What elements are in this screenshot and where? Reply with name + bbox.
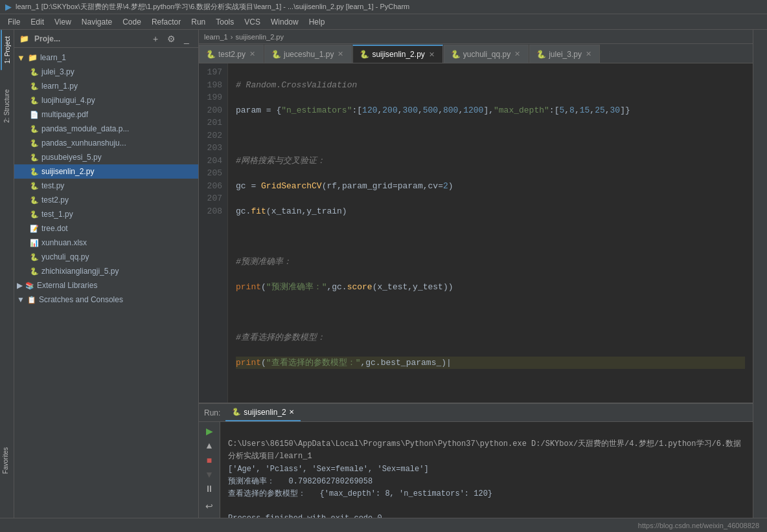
titlebar-text: learn_1 [D:\SKYbox\天甜费的世界\4.梦想\1.python学… — [16, 2, 409, 12]
py-tab-icon4: 🐍 — [451, 50, 461, 59]
tree-item-multipage[interactable]: 📄 multipage.pdf — [14, 107, 198, 122]
tab-close-suiji[interactable]: ✕ — [428, 50, 436, 59]
menu-item-tools[interactable]: Tools — [211, 16, 239, 28]
run-tab-suiji[interactable]: 🐍 suijisenlin_2 ✕ — [225, 405, 300, 421]
code-content[interactable]: # Random.CrossValidation param = {"n_est… — [228, 63, 753, 403]
content-area: learn_1 › suijisenlin_2.py 🐍 test2.py ✕ … — [199, 30, 753, 532]
pdf-icon: 📄 — [30, 111, 39, 119]
tab-close-test2[interactable]: ✕ — [248, 50, 257, 58]
folder-icon2: 📁 — [28, 53, 38, 62]
right-side-tabs — [753, 30, 767, 532]
tab-yuchuli[interactable]: 🐍 yuchuli_qq.py ✕ — [444, 45, 529, 63]
run-tab-label: suijisenlin_2 — [244, 408, 286, 417]
favorites-side-tab[interactable]: Favorites — [0, 441, 14, 480]
py-icon: 🐍 — [30, 196, 39, 205]
titlebar: ▶ learn_1 [D:\SKYbox\天甜费的世界\4.梦想\1.pytho… — [0, 0, 767, 14]
project-side-tab[interactable]: 1: Project — [1, 30, 13, 70]
xlsx-icon: 📊 — [30, 239, 39, 247]
project-title: Proje... — [34, 34, 146, 43]
tree-item-test[interactable]: 🐍 test.py — [14, 179, 198, 193]
main-layout: 1: Project 2: Structure Favorites 📁 Proj… — [0, 30, 767, 532]
run-play-btn[interactable]: ▶ — [201, 425, 217, 438]
breadcrumb-sep: › — [231, 33, 233, 41]
tree-item-pandas-module[interactable]: 🐍 pandas_module_data.p... — [14, 122, 198, 136]
tree-item-treedot[interactable]: 📝 tree.dot — [14, 221, 198, 236]
py-icon: 🐍 — [30, 125, 39, 133]
tree-item-learn1[interactable]: 🐍 learn_1.py — [14, 79, 198, 93]
project-panel: 📁 Proje... + ⚙ _ ▼ 📁 learn_1 🐍 julei_3.p… — [14, 30, 199, 532]
menu-item-help[interactable]: Help — [304, 16, 330, 28]
run-title: Run: — [204, 408, 220, 417]
breadcrumb-root: learn_1 — [204, 33, 228, 41]
tab-suiji[interactable]: 🐍 suijisenlin_2.py ✕ — [352, 45, 442, 63]
run-panel: Run: 🐍 suijisenlin_2 ✕ ▶ ▲ ■ ▼ ⏸ ↩ — [199, 403, 753, 532]
tab-close-julei[interactable]: ✕ — [584, 50, 593, 58]
tree-item-pusu[interactable]: 🐍 pusubeiyesi_5.py — [14, 150, 198, 164]
tree-item-luoji[interactable]: 🐍 luojihuigui_4.py — [14, 93, 198, 107]
tree-scratches[interactable]: ▼ 📋 Scratches and Consoles — [14, 293, 198, 307]
ext-lib-icon: 📚 — [25, 282, 34, 290]
run-header: Run: 🐍 suijisenlin_2 ✕ — [199, 404, 753, 422]
tree-item-xunhuan[interactable]: 📊 xunhuan.xlsx — [14, 236, 198, 250]
py-icon: 🐍 — [30, 139, 39, 148]
expand-icon: ▶ — [17, 281, 23, 290]
folder-icon: 📁 — [19, 34, 29, 43]
project-add-btn[interactable]: + — [149, 32, 162, 45]
run-py-icon: 🐍 — [232, 408, 241, 416]
tree-item-pandas-xun[interactable]: 🐍 pandas_xunhuanshuju... — [14, 136, 198, 150]
tree-item-suiji[interactable]: 🐍 suijisenlin_2.py — [14, 164, 198, 179]
tab-jueceshu[interactable]: 🐍 jueceshu_1.py ✕ — [264, 45, 352, 63]
menu-item-refactor[interactable]: Refactor — [146, 16, 186, 28]
project-collapse-btn[interactable]: _ — [180, 32, 193, 45]
line-numbers: 197 198 199 200 201 202 203 204 205 206 … — [199, 63, 228, 403]
run-up-btn[interactable]: ▲ — [201, 439, 217, 452]
menu-item-code[interactable]: Code — [117, 16, 146, 28]
tab-bar: 🐍 test2.py ✕ 🐍 jueceshu_1.py ✕ 🐍 suijise… — [199, 44, 753, 63]
menu-item-run[interactable]: Run — [186, 16, 211, 28]
tab-test2[interactable]: 🐍 test2.py ✕ — [199, 45, 264, 63]
run-tab-close[interactable]: ✕ — [289, 408, 294, 416]
code-editor[interactable]: 197 198 199 200 201 202 203 204 205 206 … — [199, 63, 753, 403]
menu-item-file[interactable]: File — [3, 16, 25, 28]
py-icon: 🐍 — [30, 210, 39, 219]
py-icon: 🐍 — [30, 182, 39, 190]
py-icon: 🐍 — [30, 168, 39, 176]
py-tab-icon3: 🐍 — [360, 50, 369, 59]
tree-root-folder[interactable]: ▼ 📁 learn_1 — [14, 50, 198, 65]
run-softref-btn[interactable]: ↩ — [201, 499, 217, 512]
tree-item-yuchuli[interactable]: 🐍 yuchuli_qq.py — [14, 250, 198, 264]
run-stop-btn[interactable]: ■ — [201, 454, 217, 467]
tab-close-juece[interactable]: ✕ — [336, 50, 345, 58]
project-tree: ▼ 📁 learn_1 🐍 julei_3.py 🐍 learn_1.py 🐍 … — [14, 48, 198, 532]
tree-item-julei3[interactable]: 🐍 julei_3.py — [14, 65, 198, 79]
structure-side-tab[interactable]: 2: Structure — [1, 83, 12, 129]
breadcrumb-file: suijisenlin_2.py — [235, 33, 284, 41]
run-toolbar: ▶ ▲ ■ ▼ ⏸ ↩ 🖨 — [199, 422, 220, 532]
tab-julei[interactable]: 🐍 julei_3.py ✕ — [529, 45, 600, 63]
menu-item-edit[interactable]: Edit — [25, 16, 49, 28]
breadcrumb: learn_1 › suijisenlin_2.py — [199, 30, 753, 44]
project-gear-btn[interactable]: ⚙ — [165, 32, 177, 45]
py-icon: 🐍 — [30, 96, 39, 105]
dot-icon: 📝 — [30, 225, 39, 233]
py-icon: 🐍 — [30, 82, 39, 91]
run-down-btn[interactable]: ▼ — [201, 468, 217, 481]
menu-item-navigate[interactable]: Navigate — [76, 16, 117, 28]
run-pause-btn[interactable]: ⏸ — [201, 482, 217, 495]
menu-item-vcs[interactable]: VCS — [239, 16, 266, 28]
py-icon: 🐍 — [30, 68, 39, 76]
tree-item-test1[interactable]: 🐍 test_1.py — [14, 207, 198, 221]
project-header: 📁 Proje... + ⚙ _ — [14, 30, 198, 48]
tree-item-test2[interactable]: 🐍 test2.py — [14, 193, 198, 207]
tree-external-libs[interactable]: ▶ 📚 External Libraries — [14, 278, 198, 293]
menu-item-window[interactable]: Window — [266, 16, 304, 28]
run-content: ▶ ▲ ■ ▼ ⏸ ↩ 🖨 C:\Users\86150\AppData\Loc… — [199, 422, 753, 532]
scratch-icon: 📋 — [27, 296, 36, 304]
tab-close-yuchuli[interactable]: ✕ — [513, 50, 521, 58]
py-tab-icon: 🐍 — [206, 50, 216, 59]
tree-item-zhichi[interactable]: 🐍 zhichixiangliangji_5.py — [14, 264, 198, 278]
menu-item-view[interactable]: View — [49, 16, 76, 28]
statusbar-url: https://blog.csdn.net/weixin_46008828 — [638, 522, 759, 529]
py-icon: 🐍 — [30, 153, 39, 162]
folder-open-icon: ▼ — [17, 53, 25, 63]
